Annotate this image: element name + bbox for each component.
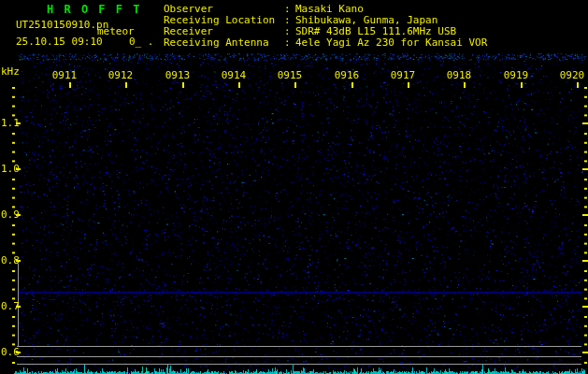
info-value: Masaki Kano: [295, 4, 364, 14]
y-tick-label: 0.7: [1, 301, 22, 311]
y-tick-label: 0.8: [1, 255, 22, 266]
y-tick-label: 1.1: [1, 118, 22, 128]
info-separator: :: [284, 37, 291, 48]
info-label: Observer: [164, 4, 213, 14]
info-value: SDR# 43dB L15 111.6MHz USB: [295, 26, 456, 36]
x-tick-label: 0912: [108, 70, 134, 80]
echo-counter: 0_ .: [129, 36, 154, 47]
filename-label: UT2510150910.pn: [16, 20, 108, 30]
info-label: Receiver: [164, 26, 213, 36]
info-value: 4ele Yagi Az 230 for Kansai VOR: [295, 37, 487, 48]
info-value: Shibukawa, Gunma, Japan: [295, 15, 437, 25]
x-tick-label: 0913: [165, 70, 191, 80]
x-tick-label: 0914: [221, 70, 247, 80]
info-separator: :: [284, 26, 291, 36]
datetime-label: 25.10.15 09:10: [16, 36, 103, 47]
info-label: Receiving Antenna: [164, 37, 269, 48]
spectrogram-canvas: [0, 0, 588, 374]
x-tick-label: 0917: [390, 70, 416, 80]
x-tick-label: 0911: [51, 70, 78, 80]
x-tick-label: 0916: [334, 70, 360, 80]
x-tick-label: 0920: [559, 70, 585, 80]
y-axis-unit-label: kHz: [1, 66, 20, 77]
y-tick-label: 1.0: [1, 164, 22, 174]
hrofft-window: H R O F F T UT2510150910.pn meteor 25.10…: [0, 0, 588, 374]
x-tick-label: 0919: [503, 70, 529, 80]
info-separator: :: [284, 4, 291, 14]
app-title: H R O F F T: [47, 4, 141, 15]
x-tick-label: 0915: [277, 70, 303, 80]
y-tick-label: 0.6: [1, 347, 22, 357]
x-tick-label: 0918: [446, 70, 472, 80]
info-label: Receiving Location: [164, 15, 275, 25]
info-separator: :: [284, 15, 291, 25]
y-tick-label: 0.9: [1, 209, 22, 220]
